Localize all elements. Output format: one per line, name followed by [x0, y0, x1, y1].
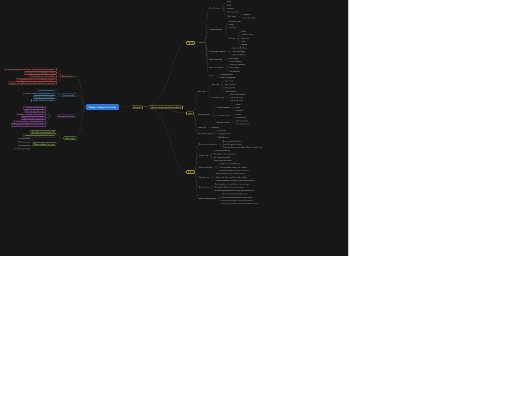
leaf[interactable]: Book flights, hotels, and activities [214, 153, 236, 155]
explore-discover[interactable]: Discover new destinations [199, 143, 217, 145]
leaf[interactable]: Delete Account [218, 136, 229, 138]
leaf[interactable]: Display results as a list or map [33, 142, 56, 146]
leaf[interactable]: Phone Number [236, 117, 246, 118]
login-email[interactable]: Email Login [212, 84, 219, 85]
leaf[interactable]: Culture [242, 30, 246, 32]
leaf[interactable]: Payment Method [236, 120, 248, 122]
leaf[interactable]: Find transportation options for getting … [222, 197, 252, 198]
leaf[interactable]: Destination price range [15, 148, 30, 150]
signup-submit[interactable]: Submit [209, 75, 214, 77]
leaf[interactable]: Discover hidden gems and unique experien… [222, 200, 254, 202]
leaf[interactable]: Log in with Google [233, 51, 245, 52]
leaf[interactable]: Contact Information [217, 115, 230, 117]
leaf[interactable]: View and manage bookings and itineraries [24, 92, 55, 95]
root-node[interactable]: Design travel app for mobile [86, 104, 119, 110]
leaf[interactable]: Name [236, 104, 240, 106]
leaf[interactable]: Email [227, 4, 231, 6]
leaf[interactable]: Take photo [243, 14, 250, 15]
leaf[interactable]: Search for specific locations [223, 143, 242, 145]
leaf[interactable]: Enter Password [225, 84, 236, 85]
mindmap-canvas[interactable]: Design travel app for mobile Homepage: W… [0, 0, 348, 256]
explore-insider[interactable]: Get insider tips [199, 176, 209, 178]
leaf[interactable]: Name [227, 1, 231, 3]
leaf[interactable]: Remember Me [225, 87, 235, 89]
destdetails-node[interactable]: Destination details page: [57, 115, 76, 118]
leaf[interactable]: Share your experiences with others and l… [222, 203, 258, 205]
leaf[interactable]: Change Password [218, 133, 231, 135]
leaf[interactable]: Browse popular destinations [223, 140, 242, 142]
leaf[interactable]: Popular attractions and activities [21, 116, 46, 120]
leaf[interactable]: Access maps and directions for navigatin… [215, 190, 254, 191]
leaf[interactable]: Set reminders and alerts [214, 157, 230, 158]
leaf[interactable]: Interests [229, 37, 235, 39]
leaf[interactable]: Confirm registration [220, 74, 233, 76]
leaf[interactable]: Find local events and festivals [220, 163, 240, 165]
additional-node[interactable]: Additional features: [60, 75, 76, 78]
leaf[interactable]: Email updates [230, 58, 239, 59]
explore-node[interactable]: Explore [186, 170, 195, 174]
login-userlogin[interactable]: User Login [198, 91, 206, 92]
leaf[interactable]: Destination name [18, 138, 30, 139]
leaf[interactable]: Sign in with Google [230, 97, 243, 99]
signup-social[interactable]: Social media integration [209, 51, 225, 52]
leaf[interactable]: Security Questions [236, 123, 249, 125]
leaf[interactable]: Search bar to find destinations 🔍 [30, 130, 56, 134]
leaf[interactable]: Password [227, 8, 233, 9]
leaf[interactable]: Share itinerary with others [214, 160, 232, 161]
welcome-node[interactable]: Welcome message and call to action butto… [150, 106, 183, 109]
leaf[interactable]: Overview of the destination [24, 109, 46, 113]
leaf[interactable]: Wishlist of desired destinations [31, 99, 55, 102]
leaf[interactable]: Sign in with Facebook [230, 94, 245, 95]
leaf[interactable]: Receive updates on travel advisories and… [215, 183, 249, 185]
leaf[interactable]: Account Information [217, 121, 230, 123]
leaf[interactable]: Password [236, 110, 243, 112]
leaf[interactable]: Enter Email [225, 80, 233, 82]
leaf[interactable]: Create a travel itinerary [214, 150, 230, 151]
leaf[interactable]: Get real-time flight and weather informa… [215, 186, 244, 188]
leaf[interactable]: Choose from gallery [243, 17, 256, 19]
leaf[interactable]: User guidelines [230, 70, 240, 72]
leaf[interactable]: Skip Login [212, 127, 219, 128]
leaf[interactable]: Learn about local customs and traditions [220, 167, 247, 168]
leaf[interactable]: Reviews and ratings of the destination [17, 113, 46, 116]
leaf[interactable]: Food [242, 40, 245, 42]
login-node[interactable]: Login [186, 112, 193, 115]
explore-most[interactable]: Make the most of your trip [199, 198, 216, 200]
leaf[interactable]: Save money with deals and discounts [222, 193, 248, 195]
leaf[interactable]: Integration with social media platforms … [8, 82, 57, 85]
leaf[interactable]: Real-time flight and weather updates [29, 75, 57, 78]
leaf[interactable]: Filter options to narrow down search res… [24, 134, 56, 137]
userprofile-node[interactable]: User profile page: [61, 94, 76, 97]
leaf[interactable]: Find recommended restaurants and cuisine… [220, 170, 249, 172]
signup-travelpref[interactable]: Travel preferences [209, 29, 222, 30]
leaf[interactable]: Currency converter and language translat… [24, 71, 57, 75]
leaf[interactable]: Destination name and image [23, 106, 46, 109]
leaf[interactable]: Sign in with Twitter [230, 100, 243, 102]
leaf[interactable]: Log in with Twitter [233, 54, 245, 56]
explore-local[interactable]: Explore local culture [199, 167, 213, 168]
leaf[interactable]: Address [236, 114, 241, 115]
leaf[interactable]: Personal Information [217, 107, 230, 109]
leaf[interactable]: Forgot Password [225, 91, 236, 92]
leaf[interactable]: Destination image [18, 141, 30, 143]
signup-node[interactable]: Sign up [186, 41, 195, 45]
login-acctmgmt[interactable]: Account Management [198, 133, 213, 135]
leaf[interactable]: Sightseeing [242, 37, 249, 39]
explore-informed[interactable]: Stay informed [199, 186, 209, 188]
signup-userinfo[interactable]: User Information [209, 7, 221, 9]
leaf[interactable]: Privacy policy [230, 67, 239, 69]
leaf[interactable]: Edit Profile [218, 130, 226, 132]
explore-plan[interactable]: Plan your trip [199, 155, 208, 157]
leaf[interactable]: Read reviews from locals and other trave… [216, 173, 245, 175]
login-guest[interactable]: Guest Login [198, 127, 206, 128]
leaf[interactable]: Get recommendations for off-the-beaten-p… [216, 180, 254, 182]
leaf[interactable]: Destination [229, 27, 237, 29]
leaf[interactable]: Redirect to home page [220, 77, 235, 79]
explorepage-node[interactable]: Explore page: [63, 136, 76, 140]
leaf[interactable]: Destination rating [18, 145, 30, 146]
leaf[interactable]: Purpose of travel [229, 21, 240, 22]
login-userreg[interactable]: User Registration [198, 114, 210, 115]
leaf[interactable]: Registration agreement [230, 64, 245, 66]
leaf[interactable]: User-generated content such as travel bl… [16, 78, 57, 82]
leaf[interactable]: Booking options for flights and accommod… [11, 123, 46, 127]
